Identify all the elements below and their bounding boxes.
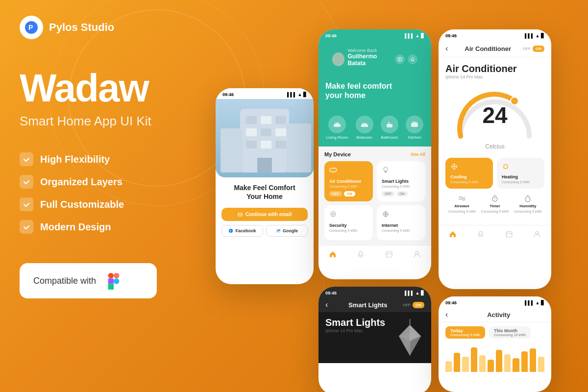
login-content: Make Feel ComfortYour Home Continue with… (216, 177, 314, 243)
nav-calendar[interactable] (384, 249, 394, 259)
check-icon (20, 197, 33, 211)
chart-bar (513, 358, 519, 372)
cooling-icon (450, 163, 458, 171)
device-card-security[interactable]: Security Consuming 5 kWh (324, 205, 373, 240)
room-bathroom[interactable]: Bathroom (381, 116, 398, 140)
back-icon-lights[interactable]: ‹ (325, 300, 328, 309)
feature-item: Full Customizable (20, 197, 196, 211)
month-tab[interactable]: This Month Consuming 10 kWh (489, 326, 531, 339)
extra-mode-sub: Consuming 5 kWh (514, 210, 542, 213)
chart-bar (530, 348, 536, 372)
features-list: High Flexibility Organized Layers Full C… (20, 152, 196, 234)
see-all-link[interactable]: See All (411, 152, 425, 157)
lights-toggle-off: OFF (403, 303, 411, 307)
nav-profile-ac[interactable] (532, 229, 542, 239)
lights-toggle-on: ON (413, 302, 424, 308)
svg-point-7 (114, 278, 119, 284)
lights-device-name: Smart Lights (325, 317, 390, 328)
lights-text: Smart Lights Iphone 14 Pro Max (325, 317, 390, 358)
compatible-box: Compatible with (20, 263, 157, 298)
activity-header: ‹ Activity (439, 307, 551, 322)
email-button[interactable]: Continue with email (221, 208, 308, 221)
timer-mode[interactable]: Timer Consuming 5 kWh (481, 195, 509, 213)
temp-unit: Celcius (445, 143, 544, 150)
facebook-button[interactable]: f Facebook (221, 225, 263, 237)
tagline-text: Make feel comfortyour home (325, 81, 424, 100)
humidity-mode[interactable]: Humidity Consuming 5 kWh (514, 195, 542, 213)
email-icon (238, 212, 243, 217)
room-bedroom[interactable]: Bedroom (356, 116, 373, 140)
device-name: Internet (382, 223, 420, 228)
nav-home[interactable] (328, 249, 338, 259)
lights-toggle[interactable]: OFF ON (403, 302, 424, 308)
device-card-lights[interactable]: Smart Lights Consuming 5 kWh OFF ON (377, 161, 425, 201)
phone-ac: 09:46 ▌▌▌ ▲ ▊ ‹ Air Conditioner OFF ON A… (439, 29, 551, 289)
security-device-icon (329, 210, 337, 218)
status-bar-lights: 09:46 ▌▌▌ ▲ ▊ (318, 287, 431, 297)
svg-rect-17 (246, 141, 257, 148)
svg-rect-18 (261, 141, 271, 148)
nav-calendar-ac[interactable] (504, 229, 514, 239)
heating-icon (502, 163, 510, 171)
activity-screen-title: Activity (453, 311, 544, 318)
extra-mode-label: Timer (490, 204, 500, 208)
phone-home: 09:46 ▌▌▌ ▲ ▊ Welcome Back Guilhermo Bat… (318, 29, 431, 279)
user-avatar (332, 52, 344, 66)
mode-sub: Consuming 5 kWh (502, 180, 539, 184)
device-toggle[interactable]: OFF ON (329, 191, 368, 196)
temp-dial-container: 24 (451, 87, 539, 141)
svg-rect-4 (108, 273, 114, 278)
svg-rect-32 (387, 124, 392, 127)
bathroom-icon (381, 116, 398, 133)
device-card-internet[interactable]: Internet Consuming 5 kWh (377, 205, 425, 240)
status-icons: ▌▌▌ ▲ ▊ (525, 33, 544, 38)
temperature-value: 24 (482, 102, 507, 128)
humidity-icon (524, 195, 532, 202)
username-text: Guilhermo Batata (347, 53, 392, 67)
nav-mic[interactable] (356, 249, 366, 259)
heating-mode[interactable]: Heating Consuming 5 kWh (497, 158, 544, 189)
airwave-mode[interactable]: Airwave Consuming 5 kWh (448, 195, 476, 213)
airwave-icon (458, 195, 466, 202)
svg-rect-37 (385, 172, 387, 172)
device-name: Air Conditioner (329, 179, 368, 184)
chat-icon[interactable] (395, 54, 405, 64)
device-grid: Air Conditioner Consuming 5 kWh OFF ON S… (324, 161, 425, 240)
ac-toggle[interactable]: OFF ON (523, 46, 544, 52)
back-arrow-icon[interactable]: ‹ (445, 44, 448, 53)
lights-device-sub: Iphone 14 Pro Max (325, 328, 390, 333)
extra-mode-sub: Consuming 5 kWh (481, 210, 509, 213)
compatible-text: Compatible with (33, 276, 96, 286)
cooling-mode[interactable]: Cooling Consuming 5 kWh (445, 158, 493, 189)
back-icon-activity[interactable]: ‹ (445, 310, 448, 319)
device-card-ac[interactable]: Air Conditioner Consuming 5 kWh OFF ON (324, 161, 373, 201)
ac-device-icon (329, 166, 337, 174)
time: 09:46 (445, 33, 457, 38)
svg-point-46 (504, 165, 508, 169)
ac-content: Air Conditioner Iphone 14 Pro Max 24 Cel… (439, 57, 551, 225)
nav-profile[interactable] (412, 249, 422, 259)
rooms-row: Living Room Bedroom Bathroom Kitchen (318, 114, 431, 147)
room-kitchen[interactable]: Kitchen (406, 116, 423, 140)
mode-grid: Cooling Consuming 5 kWh Heating Consumin… (445, 158, 544, 189)
light-bulb-visual (395, 317, 424, 358)
room-living-room[interactable]: Living Room (326, 116, 348, 140)
feature-label: Modern Design (40, 221, 111, 233)
nav-mic-ac[interactable] (476, 229, 486, 239)
svg-rect-14 (246, 128, 257, 136)
bell-icon[interactable] (408, 54, 417, 64)
toggle-off: OFF (382, 191, 394, 196)
google-button[interactable]: Google (266, 225, 308, 237)
device-toggle[interactable]: OFF ON (382, 191, 420, 196)
internet-device-icon (382, 210, 390, 218)
today-tab[interactable]: Today Consuming 5 kWh (445, 326, 485, 339)
nav-home-ac[interactable] (448, 229, 458, 239)
room-label: Bathroom (381, 135, 398, 140)
svg-rect-31 (362, 123, 367, 125)
email-btn-label: Continue with email (245, 212, 292, 217)
svg-rect-19 (275, 141, 286, 148)
toggle-on: ON (396, 191, 408, 196)
ac-device-sub: Iphone 14 Pro Max (445, 74, 544, 79)
svg-rect-12 (261, 116, 271, 124)
extra-mode-sub: Consuming 5 kWh (448, 210, 476, 213)
